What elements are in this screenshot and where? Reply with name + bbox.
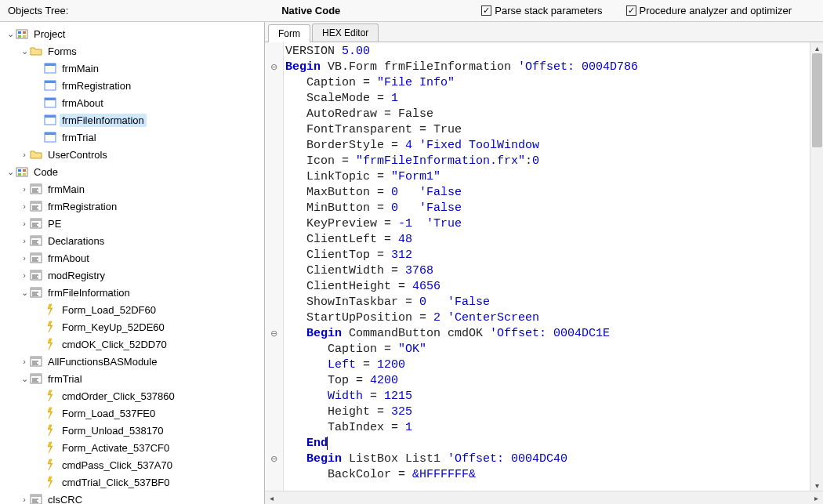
token-cmt: 'False xyxy=(419,201,462,215)
tab-hex-editor[interactable]: HEX Editor xyxy=(312,24,379,42)
code-line[interactable]: ClientHeight = 4656 xyxy=(285,279,810,295)
tree-item-label: Forms xyxy=(45,45,79,58)
code-line[interactable]: Left = 1200 xyxy=(285,357,810,373)
vertical-scrollbar[interactable]: ▴ ▾ xyxy=(810,42,823,491)
code-line[interactable]: BackColor = &HFFFFFF& xyxy=(285,467,810,483)
tree-item[interactable]: Form_Load_537FE0 xyxy=(5,404,264,422)
code-line[interactable]: TabIndex = 1 xyxy=(285,420,810,436)
code-line[interactable]: LinkTopic = "Form1" xyxy=(285,169,810,185)
expand-closed-icon[interactable]: › xyxy=(19,495,30,504)
code-line[interactable]: BorderStyle = 4 'Fixed ToolWindow xyxy=(285,138,810,154)
objects-tree[interactable]: ⌄Project⌄FormsfrmMainfrmRegistrationfrmA… xyxy=(0,22,265,504)
expand-closed-icon[interactable]: › xyxy=(19,150,30,159)
code-editor[interactable]: VERSION 5.00Begin VB.Form frmFileInforma… xyxy=(284,42,810,491)
tree-item[interactable]: Form_Unload_538170 xyxy=(5,422,264,439)
tree-item[interactable]: frmFileInformation xyxy=(5,111,264,129)
tree-item[interactable]: Form_Load_52DF60 xyxy=(5,301,264,318)
tree-item[interactable]: Form_Activate_537CF0 xyxy=(5,439,264,456)
code-line[interactable]: KeyPreview = -1 'True xyxy=(285,216,810,232)
tree-item[interactable]: frmTrial xyxy=(5,129,264,146)
fold-icon[interactable]: ⊖ xyxy=(265,60,283,75)
svg-rect-46 xyxy=(31,270,42,273)
code-line[interactable]: Width = 1215 xyxy=(285,389,810,404)
expand-open-icon[interactable]: ⌄ xyxy=(19,46,30,56)
fold-icon[interactable]: ⊖ xyxy=(265,451,283,467)
horizontal-scrollbar[interactable]: ◂ ▸ xyxy=(265,491,823,504)
tree-item-label: cmdOrder_Click_537860 xyxy=(60,390,177,403)
code-line[interactable]: AutoRedraw = False xyxy=(285,107,810,122)
code-line[interactable]: Icon = "frmFileInformation.frx":0 xyxy=(285,154,810,169)
code-line[interactable]: FontTransparent = True xyxy=(285,122,810,138)
tree-item[interactable]: ⌄frmFileInformation xyxy=(5,284,264,301)
scroll-left-icon[interactable]: ◂ xyxy=(265,494,278,502)
tree-item[interactable]: ⌄Project xyxy=(5,25,264,42)
expand-open-icon[interactable]: ⌄ xyxy=(19,374,30,384)
tree-item[interactable]: frmRegistration xyxy=(5,77,264,94)
token-plain: CommandButton cmdOK xyxy=(342,327,490,340)
tree-item[interactable]: cmdTrial_Click_537BF0 xyxy=(5,473,264,491)
fold-icon[interactable]: ⊖ xyxy=(265,326,283,342)
tree-item[interactable]: ›modRegistry xyxy=(5,267,264,284)
scroll-down-icon[interactable]: ▾ xyxy=(810,480,823,491)
expand-closed-icon[interactable]: › xyxy=(19,236,30,245)
code-line[interactable]: ClientTop = 312 xyxy=(285,248,810,263)
tree-item[interactable]: ›UserControls xyxy=(5,146,264,163)
tree-item[interactable]: frmMain xyxy=(5,60,264,77)
code-line[interactable]: Begin VB.Form frmFileInformation 'Offset… xyxy=(285,60,810,75)
expand-open-icon[interactable]: ⌄ xyxy=(5,167,16,177)
tree-item[interactable]: ›frmMain xyxy=(5,180,264,198)
code-line[interactable]: StartUpPosition = 2 'CenterScreen xyxy=(285,310,810,326)
tree-item[interactable]: ›clsCRC xyxy=(5,491,264,504)
expand-open-icon[interactable]: ⌄ xyxy=(5,29,16,39)
code-line[interactable]: Height = 325 xyxy=(285,404,810,420)
tree-item-label: cmdPass_Click_537A70 xyxy=(60,459,175,472)
tree-item[interactable]: ›AllFunctionsBASModule xyxy=(5,353,264,370)
svg-rect-6 xyxy=(45,63,56,66)
tree-item[interactable]: ›frmRegistration xyxy=(5,198,264,215)
code-line[interactable]: ClientLeft = 48 xyxy=(285,232,810,248)
expand-open-icon[interactable]: ⌄ xyxy=(19,288,30,298)
code-line[interactable]: MinButton = 0 'False xyxy=(285,201,810,216)
expand-closed-icon[interactable]: › xyxy=(19,184,30,194)
tree-item[interactable]: ›Declarations xyxy=(5,232,264,249)
expand-closed-icon[interactable]: › xyxy=(19,270,30,280)
code-line[interactable]: Begin CommandButton cmdOK 'Offset: 0004D… xyxy=(285,326,810,342)
code-line[interactable]: End xyxy=(285,436,810,451)
scroll-right-icon[interactable]: ▸ xyxy=(810,494,823,502)
code-line[interactable]: Caption = "OK" xyxy=(285,342,810,357)
scroll-thumb[interactable] xyxy=(812,53,822,147)
tree-item[interactable]: cmdOrder_Click_537860 xyxy=(5,387,264,404)
gutter-blank xyxy=(265,154,283,169)
code-line[interactable]: ScaleMode = 1 xyxy=(285,91,810,107)
code-line[interactable]: VERSION 5.00 xyxy=(285,44,810,60)
expand-closed-icon[interactable]: › xyxy=(19,219,30,228)
expand-closed-icon[interactable]: › xyxy=(19,201,30,211)
tree-item[interactable]: cmdPass_Click_537A70 xyxy=(5,456,264,473)
procedure-analyzer-checkbox[interactable]: ✓ Procedure analyzer and optimizer xyxy=(626,5,792,16)
expand-closed-icon[interactable]: › xyxy=(19,357,30,366)
tree-item[interactable]: ›PE xyxy=(5,215,264,232)
code-line[interactable]: Caption = "File Info" xyxy=(285,75,810,91)
tree-item[interactable]: frmAbout xyxy=(5,94,264,111)
code-kind-label: Native Code xyxy=(281,5,340,16)
token-num: 325 xyxy=(391,405,412,419)
code-line[interactable]: ShowInTaskbar = 0 'False xyxy=(285,295,810,310)
tree-item[interactable]: ⌄Forms xyxy=(5,42,264,60)
code-icon xyxy=(30,355,42,368)
token-kw2: Width xyxy=(328,390,363,403)
code-line[interactable]: Top = 4200 xyxy=(285,373,810,389)
parse-stack-checkbox[interactable]: ✓ Parse stack parameters xyxy=(481,5,602,16)
tree-item[interactable]: Form_KeyUp_52DE60 xyxy=(5,318,264,335)
code-line[interactable]: MaxButton = 0 'False xyxy=(285,185,810,201)
expand-closed-icon[interactable]: › xyxy=(19,253,30,263)
scroll-up-icon[interactable]: ▴ xyxy=(810,42,823,53)
tree-item[interactable]: ›frmAbout xyxy=(5,249,264,267)
tree-item[interactable]: ⌄frmTrial xyxy=(5,370,264,387)
code-line[interactable]: Begin ListBox List1 'Offset: 0004DC40 xyxy=(285,451,810,467)
tree-item[interactable]: ⌄Code xyxy=(5,163,264,180)
tab-form[interactable]: Form xyxy=(268,24,310,42)
tree-item[interactable]: cmdOK_Click_52DD70 xyxy=(5,335,264,353)
gutter-blank xyxy=(265,216,283,232)
svg-rect-18 xyxy=(18,173,21,176)
code-line[interactable]: ClientWidth = 3768 xyxy=(285,263,810,279)
